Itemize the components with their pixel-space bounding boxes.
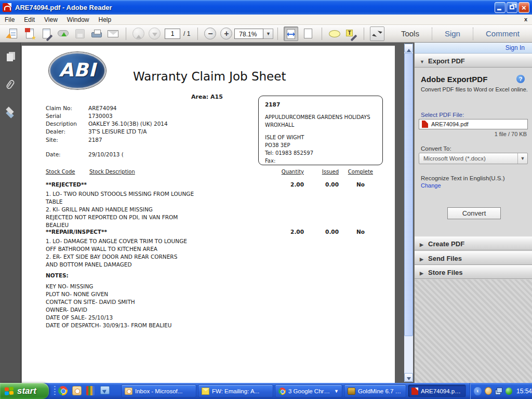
fit-page-button[interactable] [301,26,316,41]
cloud-upload-icon[interactable] [57,28,70,40]
tray-outlook-icon[interactable] [485,387,492,395]
tools-tab[interactable]: Tools [389,29,432,38]
notes-title: NOTES: [46,272,69,278]
exportpdf-heading: Adobe ExportPDF [421,75,487,84]
paint-quicklaunch-icon[interactable] [86,386,97,396]
taskbar-item-inbox[interactable]: Inbox - Microsof... [121,384,196,397]
dropdown-caret-icon: ▼ [517,153,527,164]
selected-file-box[interactable]: ARE74094.pdf [419,119,528,129]
create-pdf-icon[interactable] [24,28,36,40]
detail-dealer: Dealer:3T'S LEISURE LTD T/A [46,128,147,135]
detail-claim-no: Claim No:ARE74094 [46,105,117,111]
restore-icon [510,5,514,9]
menu-file[interactable]: File [0,15,19,25]
next-page-icon[interactable] [149,28,161,39]
close-button[interactable]: × [518,2,529,13]
table-row: **REPAIR/INSPECT** 2.00 0.00 No [22,229,395,236]
minimize-button[interactable] [495,2,506,13]
taskbar-item-chrome-group[interactable]: 3 Google Chrome ▼ [275,384,342,397]
export-pdf-panel: Adobe ExportPDF ? Convert PDF files to W… [415,68,532,236]
create-pdf-panel-header[interactable]: ▶Create PDF [415,236,532,250]
comment-tab[interactable]: Comment [473,29,532,38]
chrome-quicklaunch-icon[interactable] [58,386,69,396]
document-title: Warranty Claim Job Sheet [133,70,286,83]
store-files-panel-header[interactable]: ▶Store Files [415,265,532,279]
format-selected-value: Microsoft Word (*.docx) [423,155,486,162]
convert-button[interactable]: Convert [447,207,501,219]
menu-bar: File Edit View Window Help x [0,15,532,25]
group-caret-icon: ▼ [334,389,339,394]
taskbar-item-goldmine[interactable]: GoldMine 6.7 (C... [344,384,406,397]
save-icon[interactable] [74,28,86,40]
address-line: PO38 3EP [265,141,376,149]
table-row: **REJECTED** 2.00 0.00 No [22,181,395,189]
zoom-in-icon[interactable]: + [220,28,232,39]
scroll-up-icon[interactable] [404,44,413,52]
taskbar: start Inbox - Microsof... FW: Emailing: … [0,383,532,399]
expand-arrow-icon: ▶ [420,271,428,276]
menu-window[interactable]: Window [62,15,94,25]
pdf-file-icon [411,388,418,395]
attachments-icon[interactable] [5,79,16,90]
tray-collapse-icon[interactable]: ‹ [474,387,482,395]
detail-description: DescriptionOAKLEY 36.10(3B) (UK) 2014 [46,121,168,127]
outlook-quicklaunch-icon[interactable] [72,386,83,396]
scrollbar-thumb[interactable] [404,53,413,336]
tray-status-icon[interactable] [506,388,512,395]
scroll-down-icon[interactable] [404,373,413,382]
expand-arrow-icon: ▶ [420,257,428,262]
email-icon[interactable] [107,28,119,40]
address-line: Tel: 01983 852597 [265,149,376,157]
print-icon[interactable] [90,28,103,40]
sign-in-link[interactable]: Sign In [415,43,532,54]
layers-icon[interactable] [5,106,16,117]
open-file-icon[interactable] [7,28,20,40]
menu-edit[interactable]: Edit [19,15,39,25]
page-number-input[interactable] [165,29,180,39]
zoom-level-input[interactable]: 78.1% [234,29,263,39]
menu-help[interactable]: Help [94,15,116,25]
main-toolbar: / 1 − + 78.1% ▼ T Tools Sign Comment [0,25,532,43]
close-icon: × [519,3,529,12]
system-tray: ‹ 15:54 [470,383,532,399]
taskbar-item-email[interactable]: FW: Emailing: A... [198,384,273,397]
outlook-icon [125,388,132,395]
quick-launch-bar [52,383,119,399]
tools-sidebar: Sign In ▼Export PDF Adobe ExportPDF ? Co… [414,43,532,383]
recognize-text-label: Recognize Text in English(U.S.) [421,175,505,181]
quick-launch-handle[interactable] [54,386,56,396]
zoom-out-icon[interactable]: − [204,28,216,39]
toolbar-close-icon[interactable]: x [524,16,527,22]
detail-date: Date:29/10/2013 ( [46,151,124,157]
page-thumbnails-icon[interactable] [5,52,16,63]
area-label: Area: A15 [191,94,223,100]
vertical-scrollbar[interactable] [404,44,413,382]
previous-page-icon[interactable] [132,28,144,39]
fullscreen-icon[interactable] [370,26,384,41]
exportpdf-description: Convert PDF files to Word or Excel onlin… [421,86,528,92]
taskbar-item-pdf-active[interactable]: ARE74094.pdf -... [408,384,466,397]
menu-view[interactable]: View [39,15,62,25]
highlight-text-icon[interactable]: T [345,28,357,40]
title-bar: ARE74094.pdf - Adobe Reader × [0,0,532,15]
send-files-panel-header[interactable]: ▶Send Files [415,251,532,265]
format-dropdown[interactable]: Microsoft Word (*.docx) ▼ [419,153,528,164]
selected-file-name: ARE74094.pdf [431,121,469,127]
sign-tab[interactable]: Sign [432,29,473,38]
window-title: ARE74094.pdf - Adobe Reader [15,4,495,11]
section-description: 1. LO- DAMAGE TO ANGLE COVER TRIM TO LOU… [46,237,187,269]
detail-site: Site:2187 [46,137,102,143]
change-link[interactable]: Change [421,182,441,189]
restore-button[interactable] [507,2,517,13]
export-pdf-panel-header[interactable]: ▼Export PDF [415,54,532,68]
help-icon[interactable]: ? [516,75,525,83]
tray-network-icon[interactable] [495,388,503,394]
sticky-note-icon[interactable] [328,28,341,40]
address-line: APPULDURCOMBER GARDENS HOLIDAYS [265,113,376,121]
start-button[interactable]: start [0,383,49,399]
file-meta: 1 file / 70 KB [495,131,527,137]
fit-width-button[interactable] [284,26,298,41]
sign-document-icon[interactable] [41,28,53,40]
zoom-dropdown-icon[interactable]: ▼ [263,29,273,39]
internet-explorer-quicklaunch-icon[interactable] [100,386,111,396]
